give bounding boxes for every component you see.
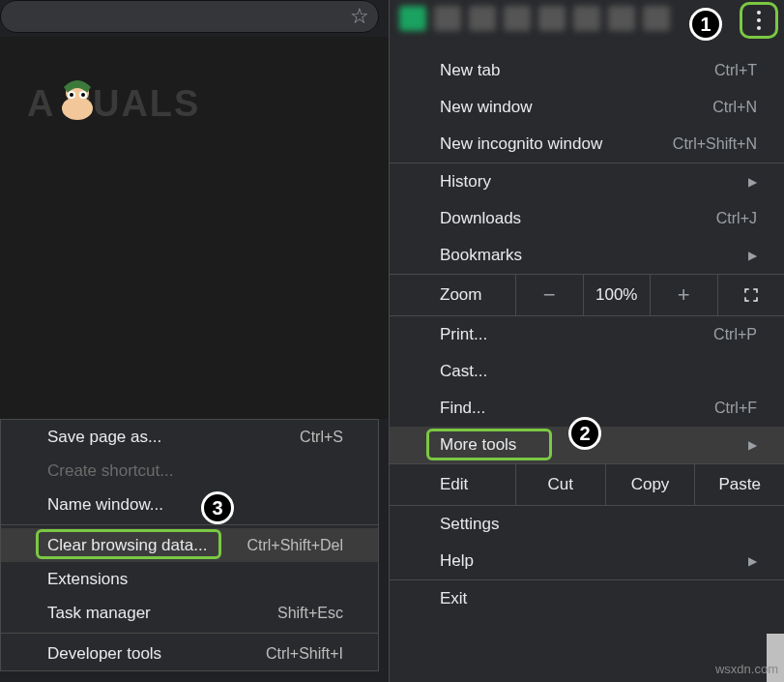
menu-new-window[interactable]: New window Ctrl+N [390, 89, 784, 126]
menu-label: New window [440, 98, 532, 117]
menu-dots-icon [757, 18, 761, 22]
fullscreen-button[interactable] [717, 274, 785, 316]
menu-label: Print... [440, 325, 487, 344]
menu-label: Find... [440, 399, 485, 418]
address-bar[interactable]: ☆ [0, 0, 379, 33]
menu-label: Bookmarks [440, 246, 522, 265]
menu-dots-icon [757, 26, 761, 30]
menu-settings[interactable]: Settings [390, 506, 784, 543]
more-tools-submenu: Save page as... Ctrl+S Create shortcut..… [0, 419, 379, 671]
menu-exit[interactable]: Exit [390, 580, 784, 617]
menu-history[interactable]: History ▶ [390, 163, 784, 200]
menu-shortcut: Ctrl+J [716, 210, 757, 227]
menu-label: More tools [440, 435, 516, 455]
annotation-2: 2 [568, 417, 601, 450]
menu-cast[interactable]: Cast... [390, 353, 784, 390]
edit-paste-button[interactable]: Paste [694, 463, 784, 506]
annotation-label: 3 [212, 497, 222, 519]
toolbar-blurred [390, 0, 784, 37]
menu-label: New incognito window [440, 134, 602, 154]
svg-point-3 [70, 93, 73, 97]
annotation-label: 2 [579, 423, 590, 445]
annotation-label: 1 [700, 14, 711, 36]
chevron-right-icon: ▶ [748, 249, 757, 262]
kebab-menu-button[interactable] [740, 2, 778, 39]
menu-print[interactable]: Print... Ctrl+P [390, 316, 784, 353]
appuals-logo-text: A PUALS [27, 83, 200, 125]
submenu-label: Create shortcut... [47, 461, 173, 481]
submenu-shortcut: Ctrl+S [300, 429, 343, 446]
zoom-label: Zoom [390, 285, 515, 305]
submenu-name-window[interactable]: Name window... [1, 488, 378, 521]
submenu-label: Save page as... [47, 428, 161, 447]
submenu-separator [1, 524, 378, 525]
chevron-right-icon: ▶ [748, 438, 757, 452]
page-background: A PUALS [0, 37, 389, 419]
submenu-label: Clear browsing data... [47, 536, 207, 555]
submenu-label: Developer tools [47, 644, 161, 664]
submenu-developer-tools[interactable]: Developer tools Ctrl+Shift+I [1, 637, 378, 670]
submenu-task-manager[interactable]: Task manager Shift+Esc [1, 596, 378, 630]
menu-help[interactable]: Help ▶ [390, 543, 784, 579]
submenu-clear-browsing-data[interactable]: Clear browsing data... Ctrl+Shift+Del [1, 528, 378, 562]
annotation-1: 1 [689, 8, 722, 41]
menu-new-incognito[interactable]: New incognito window Ctrl+Shift+N [390, 126, 784, 163]
source-watermark: wsxdn.com [715, 662, 778, 676]
edit-label: Edit [390, 475, 515, 494]
svg-point-5 [81, 93, 85, 97]
submenu-extensions[interactable]: Extensions [1, 562, 378, 596]
submenu-create-shortcut: Create shortcut... [1, 454, 378, 488]
submenu-label: Task manager [47, 604, 151, 623]
menu-shortcut: Ctrl+F [714, 400, 757, 417]
menu-label: New tab [440, 61, 500, 80]
chrome-main-menu: New tab Ctrl+T New window Ctrl+N New inc… [389, 0, 784, 682]
zoom-out-button[interactable]: − [515, 274, 583, 316]
menu-zoom-row: Zoom − 100% + [390, 274, 784, 316]
menu-label: Settings [440, 515, 499, 534]
menu-shortcut: Ctrl+P [713, 326, 757, 343]
submenu-label: Name window... [47, 495, 163, 515]
zoom-in-button[interactable]: + [650, 274, 717, 316]
submenu-label: Extensions [47, 570, 128, 589]
menu-new-tab[interactable]: New tab Ctrl+T [390, 52, 784, 89]
menu-downloads[interactable]: Downloads Ctrl+J [390, 200, 784, 237]
submenu-shortcut: Shift+Esc [277, 605, 343, 622]
menu-label: Exit [440, 589, 467, 608]
submenu-separator [1, 633, 378, 634]
chevron-right-icon: ▶ [748, 554, 757, 568]
menu-shortcut: Ctrl+N [712, 99, 757, 116]
menu-shortcut: Ctrl+Shift+N [673, 135, 757, 153]
annotation-3: 3 [201, 491, 234, 524]
menu-label: Help [440, 551, 474, 571]
submenu-shortcut: Ctrl+Shift+I [266, 645, 343, 663]
page-area: ☆ A PUALS Save page as... Ctrl+S Create … [0, 0, 389, 682]
menu-shortcut: Ctrl+T [714, 62, 757, 79]
submenu-shortcut: Ctrl+Shift+Del [247, 537, 343, 554]
appuals-logo-icon [54, 75, 101, 122]
menu-label: History [440, 172, 491, 192]
edit-cut-button[interactable]: Cut [515, 463, 605, 506]
menu-dots-icon [757, 11, 761, 15]
zoom-level: 100% [583, 274, 651, 316]
chevron-right-icon: ▶ [748, 175, 757, 189]
menu-bookmarks[interactable]: Bookmarks ▶ [390, 237, 784, 274]
edit-copy-button[interactable]: Copy [605, 463, 695, 506]
fullscreen-icon [742, 286, 760, 304]
submenu-save-page[interactable]: Save page as... Ctrl+S [1, 420, 378, 454]
bookmark-star-icon[interactable]: ☆ [349, 6, 370, 27]
menu-label: Cast... [440, 362, 487, 381]
menu-edit-row: Edit Cut Copy Paste [390, 463, 784, 506]
menu-label: Downloads [440, 209, 521, 228]
